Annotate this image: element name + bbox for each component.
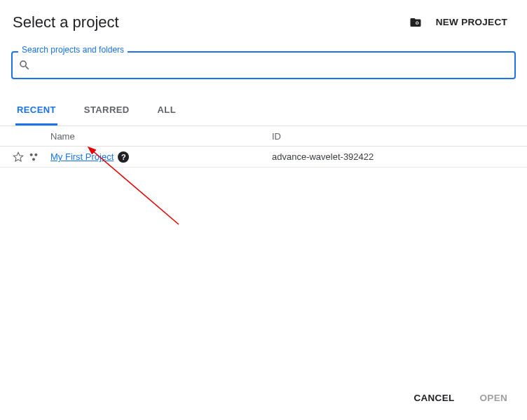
open-button[interactable]: OPEN [477,388,510,407]
cancel-button[interactable]: CANCEL [411,388,457,407]
project-link[interactable]: My First Project [50,151,114,162]
search-icon [18,59,31,72]
new-project-button[interactable]: NEW PROJECT [433,13,510,32]
svg-point-2 [34,153,37,156]
tabs: RECENT STARRED ALL [0,97,527,126]
new-folder-icon[interactable] [408,16,423,29]
dialog-title: Select a project [13,13,119,32]
column-id-header: ID [272,131,527,142]
table-row[interactable]: My First Project ? advance-wavelet-39242… [0,147,527,168]
project-picker-dialog: Select a project NEW PROJECT Search proj… [0,0,527,420]
dialog-header: Select a project NEW PROJECT [0,0,527,39]
table-header: Name ID [0,126,527,147]
tab-all[interactable]: ALL [156,97,177,126]
column-name-header: Name [50,131,272,142]
row-icons [0,151,50,163]
help-icon[interactable]: ? [118,151,129,163]
search-label: Search projects and folders [18,45,128,55]
project-type-icon [28,151,39,163]
row-name-cell: My First Project ? [50,151,272,163]
search-field-wrapper: Search projects and folders [11,51,516,79]
star-icon[interactable] [13,151,24,163]
search-box[interactable] [11,51,516,79]
row-id-cell: advance-wavelet-392422 [272,151,527,162]
search-input[interactable] [31,53,509,78]
header-actions: NEW PROJECT [408,13,510,32]
tab-starred[interactable]: STARRED [83,97,131,126]
tab-recent[interactable]: RECENT [15,97,57,126]
svg-point-1 [30,153,33,156]
dialog-footer: CANCEL OPEN [394,376,527,420]
svg-point-3 [32,158,35,161]
